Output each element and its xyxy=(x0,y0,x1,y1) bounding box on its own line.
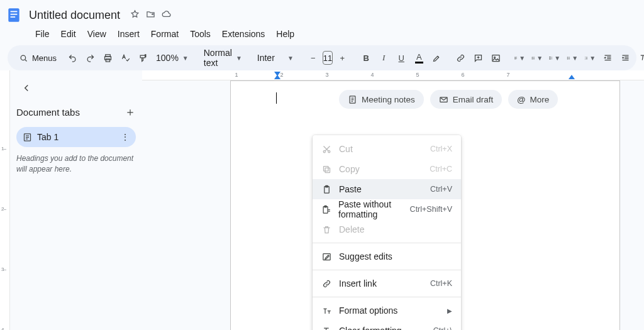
line-spacing-button[interactable]: ▼ xyxy=(529,49,545,67)
menu-tools[interactable]: Tools xyxy=(185,26,216,41)
ctx-label: Paste xyxy=(339,184,362,194)
font-family-dropdown[interactable]: Inter▼ xyxy=(253,53,297,63)
ctx-clear-formatting[interactable]: Clear formatting Ctrl+\ xyxy=(313,321,461,330)
ctx-cut: Cut Ctrl+X xyxy=(313,139,461,159)
v-ruler-tick: 2 xyxy=(1,206,4,212)
ctx-shortcut: Ctrl+K xyxy=(430,279,452,288)
ctx-label: Format options xyxy=(339,305,397,316)
copy-icon xyxy=(321,164,331,174)
sidebar-tab-1[interactable]: Tab 1 ⋮ xyxy=(16,127,136,147)
svg-text:2: 2 xyxy=(585,58,586,58)
document-title[interactable]: Untitled document xyxy=(25,8,124,23)
menu-edit[interactable]: Edit xyxy=(56,26,81,41)
svg-rect-11 xyxy=(550,58,550,59)
first-line-indent-marker[interactable] xyxy=(274,75,280,79)
horizontal-ruler[interactable]: 1 2 3 4 5 6 7 xyxy=(142,70,644,80)
increase-indent-button[interactable] xyxy=(617,49,633,67)
svg-point-12 xyxy=(567,57,568,57)
bulleted-list-button[interactable]: ▼ xyxy=(564,49,580,67)
font-size-input[interactable]: 11 xyxy=(323,51,333,65)
delete-icon xyxy=(321,224,331,234)
menus-search-button[interactable]: Menus xyxy=(13,48,63,67)
text-color-button[interactable]: A xyxy=(411,49,427,67)
svg-point-22 xyxy=(328,150,330,152)
insert-image-button[interactable] xyxy=(487,49,504,67)
svg-text:1: 1 xyxy=(585,57,586,57)
undo-button[interactable] xyxy=(64,49,80,67)
bold-button[interactable]: B xyxy=(358,49,374,67)
chip-more[interactable]: @ More xyxy=(508,90,558,109)
svg-rect-1 xyxy=(11,11,18,13)
chip-email-draft[interactable]: Email draft xyxy=(430,90,502,109)
menu-extensions[interactable]: Extensions xyxy=(217,26,270,41)
svg-rect-0 xyxy=(8,8,19,22)
menu-format[interactable]: Format xyxy=(146,26,184,41)
chip-label: Email draft xyxy=(453,95,494,104)
insert-link-button[interactable] xyxy=(452,49,469,67)
right-indent-marker[interactable] xyxy=(569,75,575,79)
v-ruler-tick: 3 xyxy=(1,267,4,272)
zoom-dropdown[interactable]: 100%▼ xyxy=(152,53,192,63)
menu-insert[interactable]: Insert xyxy=(113,26,145,41)
highlight-color-button[interactable] xyxy=(428,49,445,67)
ctx-copy: Copy Ctrl+C xyxy=(313,159,461,179)
spellcheck-button[interactable] xyxy=(117,49,133,67)
redo-button[interactable] xyxy=(82,49,98,67)
svg-point-4 xyxy=(21,55,26,60)
svg-point-13 xyxy=(567,58,568,58)
ctx-label: Paste without formatting xyxy=(338,199,402,219)
decrease-indent-button[interactable] xyxy=(599,49,616,67)
star-icon[interactable] xyxy=(130,9,140,21)
menu-file[interactable]: File xyxy=(30,26,55,41)
menu-help[interactable]: Help xyxy=(271,26,299,41)
docs-logo[interactable] xyxy=(5,4,23,26)
h-ruler-tick: 3 xyxy=(325,72,328,78)
svg-text:3: 3 xyxy=(585,58,586,59)
clear-formatting-icon xyxy=(321,326,331,330)
ctx-shortcut: Ctrl+C xyxy=(430,165,452,173)
chip-meeting-notes[interactable]: Meeting notes xyxy=(339,90,424,109)
document-tabs-sidebar: Document tabs ＋ Tab 1 ⋮ Headings you add… xyxy=(10,70,142,330)
add-comment-button[interactable] xyxy=(470,49,486,67)
ctx-format-options[interactable]: Format options ▶ xyxy=(313,300,461,321)
ctx-delete: Delete xyxy=(313,219,461,239)
tab-more-icon[interactable]: ⋮ xyxy=(121,132,130,142)
ctx-shortcut: Ctrl+\ xyxy=(433,326,452,330)
menu-view[interactable]: View xyxy=(82,26,111,41)
cloud-status-icon[interactable] xyxy=(162,9,171,21)
ctx-label: Copy xyxy=(339,164,360,174)
context-menu: Cut Ctrl+X Copy Ctrl+C Paste Ctrl+V Past… xyxy=(313,135,461,330)
ctx-label: Insert link xyxy=(339,278,377,289)
chip-label: Meeting notes xyxy=(362,95,415,104)
sidebar-outline-hint: Headings you add to the document will ap… xyxy=(16,153,136,175)
checklist-button[interactable]: ▼ xyxy=(547,49,563,67)
paragraph-style-dropdown[interactable]: Normal text▼ xyxy=(200,48,246,68)
ctx-label: Cut xyxy=(339,144,353,154)
h-ruler-tick: 6 xyxy=(461,72,464,78)
h-ruler-tick: 4 xyxy=(370,72,374,78)
numbered-list-button[interactable]: 123▼ xyxy=(582,49,598,67)
ctx-paste-without-formatting[interactable]: Paste without formatting Ctrl+Shift+V xyxy=(313,199,461,219)
ctx-paste[interactable]: Paste Ctrl+V xyxy=(313,179,461,199)
style-value: Normal text xyxy=(204,48,232,68)
ctx-shortcut: Ctrl+Shift+V xyxy=(410,205,452,214)
sidebar-back-button[interactable] xyxy=(16,78,36,98)
align-button[interactable]: ▼ xyxy=(511,49,528,67)
suggest-edits-icon xyxy=(321,251,331,261)
underline-button[interactable]: U xyxy=(393,49,409,67)
move-icon[interactable] xyxy=(146,9,155,21)
ctx-shortcut: Ctrl+V xyxy=(430,185,452,194)
submenu-arrow-icon: ▶ xyxy=(447,307,452,314)
sidebar-tab-label: Tab 1 xyxy=(37,132,58,142)
clear-formatting-button[interactable] xyxy=(635,49,644,67)
add-tab-button[interactable]: ＋ xyxy=(125,104,136,119)
menubar: File Edit View Insert Format Tools Exten… xyxy=(0,26,644,45)
paint-format-button[interactable] xyxy=(135,49,151,67)
ctx-insert-link[interactable]: Insert link Ctrl+K xyxy=(313,273,461,294)
increase-font-size-button[interactable]: + xyxy=(334,49,350,67)
ctx-suggest-edits[interactable]: Suggest edits xyxy=(313,246,461,267)
italic-button[interactable]: I xyxy=(375,49,392,67)
sidebar-heading: Document tabs xyxy=(16,107,80,118)
decrease-font-size-button[interactable]: − xyxy=(305,49,321,67)
print-button[interactable] xyxy=(99,49,116,67)
